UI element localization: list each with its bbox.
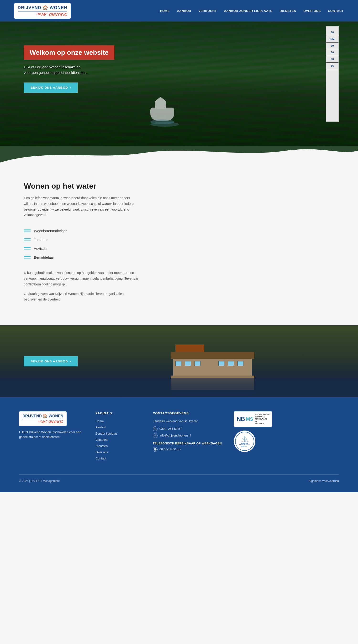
footer-nav-over-ons[interactable]: Over ons	[95, 450, 108, 454]
gauge-mark: 10	[326, 29, 339, 36]
hero-cta-button[interactable]: BEKIJK ONS AANBOD ›	[24, 82, 78, 93]
feature-label: Taxateur	[34, 238, 48, 242]
copyright: © 2025 | RSH ICT Management	[19, 479, 60, 483]
arrow-right-icon: ›	[70, 360, 71, 363]
contact-phone: 030 – 261 53 57	[160, 426, 182, 431]
footer-pages-heading: PAGINA'S:	[95, 412, 143, 415]
phone-icon: 📞	[153, 426, 158, 431]
footer-nav-zonder[interactable]: Zonder ligplaats	[95, 432, 118, 435]
footer-nav-verkocht[interactable]: Verkocht	[95, 438, 108, 442]
content-heading: Wonen op het water	[24, 182, 334, 190]
hero-title-box: Welkom op onze website	[24, 46, 114, 60]
clock-icon: 🕐	[153, 447, 158, 452]
water-gauge: 10 13M. 90 80 80 86	[326, 26, 339, 122]
content-section: Wonen op het water Een geliefde woonvorm…	[0, 162, 358, 325]
footer-logo[interactable]: DRIJVEND 🏠 WONEN ↃIJUAND ↄWon	[19, 412, 67, 426]
ms-letters: MS	[246, 417, 253, 422]
footer-logo-bottom: ↃIJUAND ↄWon	[22, 420, 63, 424]
bereikbaar-hours: 08:00-18:00 uur	[160, 447, 181, 452]
algemene-voorwaarden-link[interactable]: Algemene voorwaarden	[309, 479, 339, 483]
footer-nav-contact[interactable]: Contact	[95, 456, 106, 460]
footer-nav-home[interactable]: Home	[95, 419, 104, 423]
nav-over-ons[interactable]: OVER ONS	[303, 9, 321, 13]
hours-item: 🕐 08:00-18:00 uur	[153, 447, 224, 452]
footer-col-pages: PAGINA'S: Home Aanbod Zonder ligplaats V…	[95, 412, 143, 462]
bereikbaar-heading: TELEFONISCH BEREIKBAAR OP WERKDAGEN:	[153, 441, 224, 446]
hero-section: 10 13M. 90 80 80 86 Welkom op onze websi…	[0, 22, 358, 146]
nav-aanbod-zonder[interactable]: AANBOD ZONDER LIGPLAATS	[224, 9, 272, 13]
contact-info: Landelijk werkend vanuit Utrecht 📞 030 –…	[153, 419, 224, 452]
logo-bottom: ↃIJUAND ↄWon	[18, 12, 67, 17]
footer-bottom: © 2025 | RSH ICT Management Algemene voo…	[19, 474, 339, 483]
list-item: Adviseur	[24, 244, 334, 253]
footer-col-badges: NB MS NEDERLANDSE BOND VAN MAKELAARS IN …	[234, 412, 282, 462]
feature-icon	[24, 256, 30, 259]
hero2-cta-button[interactable]: BEKIJK ONS AANBOD ›	[24, 356, 78, 366]
hero-title: Welkom op onze website	[30, 49, 109, 56]
content-intro: Een geliefde woonvorm, gewaardeerd door …	[24, 195, 138, 218]
feature-list: Woonbotenmakelaar Taxateur Adviseur Bemi…	[24, 226, 334, 262]
site-footer: DRIJVEND 🏠 WONEN ↃIJUAND ↄWon U kunt Dri…	[0, 397, 358, 492]
list-item: Bemiddelaar	[24, 253, 334, 262]
site-header: DRIJVEND 🏠 WONEN ↃIJUAND ↄWon HOME AANBO…	[0, 0, 358, 22]
nav-aanbod[interactable]: AANBOD	[177, 9, 191, 13]
contact-phone-item: 📞 030 – 261 53 57	[153, 426, 224, 431]
gauge-marks: 10 13M. 90 80 80 86	[326, 29, 339, 69]
nbms-text: NEDERLANDSE BOND VAN MAKELAARS IN SCHEPE…	[255, 413, 270, 425]
feature-icon	[24, 238, 30, 241]
footer-col-contact: CONTACTGEGEVENS: Landelijk werkend vanui…	[153, 412, 224, 462]
emci-badge: ⚓ EUROPEANMARITIMECERTIFICATIONINSTITUUT	[234, 430, 255, 452]
main-nav: HOME AANBOD VERKOCHT AANBOD ZONDER LIGPL…	[160, 9, 344, 13]
contact-email: Info@drijvendwonen.nl	[160, 433, 191, 438]
gauge-mark: 86	[326, 63, 339, 69]
logo-top: DRIJVEND 🏠 WONEN	[18, 5, 67, 10]
logo-divider	[18, 11, 67, 12]
arrow-right-icon: ›	[70, 86, 71, 90]
contact-location: Landelijk werkend vanuit Utrecht	[153, 419, 224, 424]
content-body1: U kunt gebruik maken van diensten op het…	[24, 270, 138, 287]
nav-contact[interactable]: CONTACT	[328, 9, 344, 13]
footer-nav-item: Contact	[95, 456, 143, 460]
footer-logo-divider	[22, 419, 63, 419]
feature-icon	[24, 247, 30, 250]
nav-home[interactable]: HOME	[160, 9, 170, 13]
emci-icon: ⚓	[242, 436, 247, 441]
nbms-logo: NB MS	[237, 416, 253, 422]
feature-label: Adviseur	[34, 246, 48, 250]
list-item: Taxateur	[24, 235, 334, 244]
gauge-mark: 13M.	[326, 36, 339, 42]
footer-contact-heading: CONTACTGEGEVENS:	[153, 412, 224, 415]
nbms-badge: NB MS NEDERLANDSE BOND VAN MAKELAARS IN …	[234, 412, 272, 427]
nb-letters: NB	[237, 416, 245, 422]
feature-label: Bemiddelaar	[34, 255, 54, 259]
hero-subtitle: U kunt Drijvend Wonen inschakelen voor e…	[24, 64, 114, 75]
feature-icon	[24, 230, 30, 232]
gauge-mark: 80	[326, 49, 339, 56]
footer-tagline: U kunt Drijvend Wonen inschakelen voor e…	[19, 430, 81, 439]
gauge-mark: 80	[326, 56, 339, 63]
hero2-content: BEKIJK ONS AANBOD ›	[24, 356, 78, 366]
email-icon: ✉	[153, 433, 158, 438]
emci-inner: ⚓ EUROPEANMARITIMECERTIFICATIONINSTITUUT	[235, 432, 254, 451]
content-body2: Opdrachtgevers van Drijvend Wonen zijn p…	[24, 291, 138, 303]
contact-email-item: ✉ Info@drijvendwonen.nl	[153, 433, 224, 438]
nav-verkocht[interactable]: VERKOCHT	[198, 9, 217, 13]
footer-nav-item: Verkocht	[95, 438, 143, 442]
footer-grid: DRIJVEND 🏠 WONEN ↃIJUAND ↄWon U kunt Dri…	[19, 412, 339, 462]
footer-nav-item: Aanbod	[95, 425, 143, 429]
emci-text: EUROPEANMARITIMECERTIFICATIONINSTITUUT	[239, 441, 250, 447]
footer-col-logo: DRIJVEND 🏠 WONEN ↃIJUAND ↄWon U kunt Dri…	[19, 412, 86, 462]
nav-diensten[interactable]: DIENSTEN	[280, 9, 296, 13]
footer-nav-item: Home	[95, 419, 143, 423]
gauge-mark: 90	[326, 42, 339, 49]
footer-logo-top: DRIJVEND 🏠 WONEN	[22, 414, 63, 418]
hero-content: Welkom op onze website U kunt Drijvend W…	[24, 46, 114, 93]
footer-nav-aanbod[interactable]: Aanbod	[95, 426, 106, 429]
list-item: Woonbotenmakelaar	[24, 226, 334, 235]
footer-nav-diensten[interactable]: Diensten	[95, 444, 108, 448]
footer-nav-item: Zonder ligplaats	[95, 431, 143, 436]
footer-nav-item: Over ons	[95, 450, 143, 454]
logo[interactable]: DRIJVEND 🏠 WONEN ↃIJUAND ↄWon	[14, 3, 71, 19]
hero2-section: BEKIJK ONS AANBOD ›	[0, 325, 358, 397]
footer-nav-item: Diensten	[95, 444, 143, 448]
